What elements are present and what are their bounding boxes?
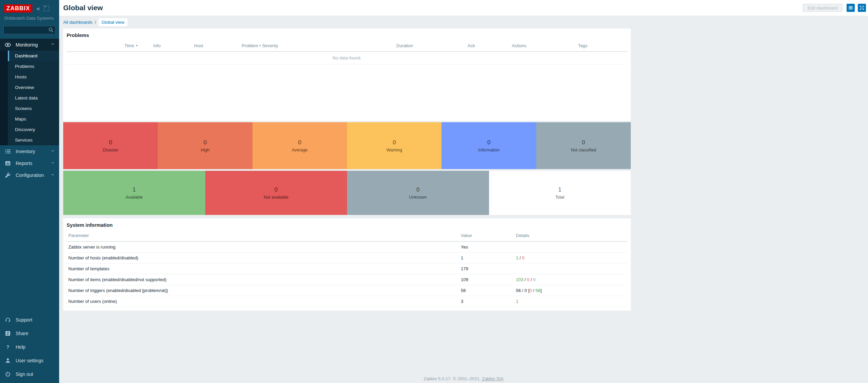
sidebar-section-configuration: Configuration	[0, 169, 59, 181]
sysinfo-value: 56	[459, 285, 514, 296]
sidebar-item-share[interactable]: Z Share	[0, 327, 59, 340]
sidebar-item-inventory[interactable]: Inventory	[0, 145, 59, 157]
sidebar-item-maps[interactable]: Maps	[8, 114, 59, 124]
breadcrumb-all-dashboards[interactable]: All dashboards	[63, 20, 92, 25]
sysinfo-row-zabbix-server-is-running: Zabbix server is running Yes	[67, 241, 627, 253]
sidebar-section-reports: Reports	[0, 157, 59, 169]
sidebar-item-reports[interactable]: Reports	[0, 157, 59, 169]
share-icon: Z	[5, 331, 11, 336]
sidebar-item-problems[interactable]: Problems	[8, 61, 59, 72]
sidebar-item-screens[interactable]: Screens	[8, 103, 59, 114]
severity-block-warning: 0 Warning	[347, 122, 441, 169]
availability-block-total: 1 Total	[489, 171, 631, 215]
topbar: Global view Edit dashboard	[59, 0, 868, 16]
sysinfo-row-number-of-users-online-: Number of users (online) 3 1	[67, 296, 627, 307]
sysinfo-parameter: Number of hosts (enabled/disabled)	[67, 253, 459, 263]
sidebar-item-services[interactable]: Services	[8, 135, 59, 145]
hide-sidebar-icon[interactable]: ↖	[44, 6, 49, 11]
sysinfo-detail-segment: ]	[540, 288, 542, 293]
server-name-label: Shibboleth Data Systems	[4, 16, 55, 21]
problems-widget-title: Problems	[67, 33, 627, 38]
availability-block-unknown: 0 Unknown	[347, 171, 489, 215]
sidebar-item-user-settings[interactable]: User settings	[0, 354, 59, 367]
main-menu: Monitoring DashboardProblemsHostsOvervie…	[0, 39, 59, 181]
sysinfo-col-details: Details	[514, 230, 627, 241]
dashboard-content: Problems Time▼ Info Host Problem • Sever…	[63, 29, 631, 311]
sysinfo-detail-segment: 56 / 0 [	[516, 288, 530, 293]
search-input[interactable]	[3, 26, 56, 34]
sysinfo-detail-segment[interactable]: 0	[530, 288, 532, 293]
kiosk-mode-button[interactable]	[858, 4, 866, 12]
problems-table: Time▼ Info Host Problem • Severity Durat…	[67, 40, 627, 65]
system-information-table: ParameterValueDetails Zabbix server is r…	[67, 230, 627, 307]
sort-desc-icon: ▼	[135, 44, 138, 47]
zabbix-sia-link[interactable]: Zabbix SIA	[482, 376, 504, 381]
wrench-icon	[5, 172, 11, 178]
sidebar-item-hosts[interactable]: Hosts	[8, 72, 59, 82]
sysinfo-details: 103 / 0 / 6	[514, 274, 627, 285]
sysinfo-details	[514, 241, 627, 253]
sidebar-footer-menu: Support Z Share ? Help User settings Sig…	[0, 313, 59, 383]
sidebar-item-configuration[interactable]: Configuration	[0, 169, 59, 181]
sysinfo-row-number-of-hosts-enabled-disabl: Number of hosts (enabled/disabled) 1 1 /…	[67, 253, 627, 263]
dashboard-list-button[interactable]	[847, 4, 855, 12]
sidebar-item-sign-out[interactable]: Sign out	[0, 367, 59, 381]
problems-col-actions: Actions	[510, 40, 576, 52]
sysinfo-details: 56 / 0 [0 / 56]	[514, 285, 627, 296]
sidebar-item-dashboard[interactable]: Dashboard	[8, 51, 59, 61]
sysinfo-detail-segment[interactable]: 6	[533, 277, 536, 282]
sysinfo-detail-segment[interactable]: 0	[522, 255, 524, 260]
sidebar-item-latest-data[interactable]: Latest data	[8, 93, 59, 103]
problems-col-problem-severity: Problem • Severity	[240, 40, 395, 52]
system-information-title: System information	[67, 222, 627, 228]
edit-dashboard-button[interactable]: Edit dashboard	[803, 4, 843, 12]
eye-icon	[5, 42, 11, 48]
sysinfo-parameter: Number of triggers (enabled/disabled [pr…	[67, 285, 459, 296]
sysinfo-detail-segment[interactable]: 1	[516, 299, 518, 304]
hamburger-icon	[848, 5, 853, 10]
sysinfo-detail-segment[interactable]: 0	[527, 277, 530, 282]
sysinfo-detail-segment[interactable]: 56	[536, 288, 540, 293]
sysinfo-value: Yes	[459, 241, 514, 253]
sysinfo-row-number-of-triggers-enabled-dis: Number of triggers (enabled/disabled [pr…	[67, 285, 627, 296]
problems-col-time[interactable]: Time▼	[123, 40, 152, 52]
system-information-widget: System information ParameterValueDetails…	[63, 218, 631, 311]
sidebar-item-support[interactable]: Support	[0, 313, 59, 327]
sidebar: ZABBIX « ↖ Shibboleth Data Systems Monit…	[0, 0, 59, 383]
sysinfo-detail-segment[interactable]: 103	[516, 277, 523, 282]
problems-col-spacer	[67, 40, 123, 52]
zabbix-logo[interactable]: ZABBIX	[4, 4, 32, 13]
sysinfo-row-number-of-templates: Number of templates 179	[67, 263, 627, 274]
main-area: Global view Edit dashboard All dashboard…	[59, 0, 868, 383]
search-icon[interactable]	[48, 27, 54, 33]
sidebar-item-monitoring[interactable]: Monitoring	[0, 39, 59, 51]
sidebar-section-monitoring: Monitoring DashboardProblemsHostsOvervie…	[0, 39, 59, 145]
chevron-down-icon	[51, 149, 55, 153]
sidebar-item-overview[interactable]: Overview	[8, 82, 59, 93]
sidebar-item-help[interactable]: ? Help	[0, 340, 59, 354]
severity-block-information: 0 Information	[441, 122, 536, 169]
sysinfo-value: 179	[459, 263, 514, 274]
sysinfo-details	[514, 263, 627, 274]
problems-empty-row: No data found.	[67, 52, 627, 65]
sysinfo-details: 1	[514, 296, 627, 307]
footer-version-text: Zabbix 5.0.17. © 2001–2021,	[423, 376, 482, 381]
sysinfo-detail-segment: /	[532, 288, 536, 293]
svg-text:?: ?	[6, 344, 10, 350]
availability-block-not-available: 0 Not available	[205, 171, 347, 215]
problems-by-severity-widget: 0 Disaster 0 High 0 Average 0 Warning 0 …	[63, 122, 631, 169]
user-icon	[5, 358, 11, 364]
breadcrumb: All dashboards / Global view	[59, 16, 868, 29]
sysinfo-details: 1 / 0	[514, 253, 627, 263]
chart-icon	[5, 160, 11, 166]
list-icon	[5, 148, 11, 154]
power-icon	[5, 371, 11, 377]
problems-col-ack: Ack	[466, 40, 510, 52]
collapse-sidebar-icon[interactable]: «	[36, 6, 40, 11]
breadcrumb-current[interactable]: Global view	[99, 18, 127, 26]
no-data-message: No data found.	[67, 52, 627, 65]
sysinfo-col-value: Value	[459, 230, 514, 241]
availability-block-available: 1 Available	[63, 171, 205, 215]
sidebar-item-discovery[interactable]: Discovery	[8, 124, 59, 135]
sysinfo-value: 3	[459, 296, 514, 307]
